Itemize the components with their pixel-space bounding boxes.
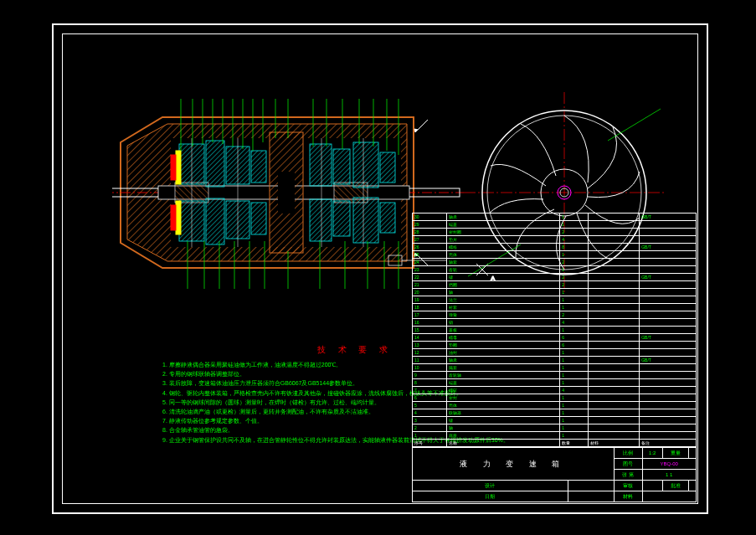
bom-row: 14螺母6GB/T [413,334,697,342]
bom-row: 3键1 [413,417,697,424]
drawing-frame: A 技 术 要 求 1. 摩擦静液偶合器采用聚硅油做为工作液，油液温度不得超过2… [52,23,708,514]
bom-row: 18衬套1 [413,304,697,311]
svg-rect-24 [310,199,332,241]
svg-rect-23 [310,144,332,186]
svg-rect-30 [380,203,395,233]
bom-row: 24轴套2 [413,259,697,266]
bom-row: 25壳体1 [413,251,697,259]
svg-line-75 [608,109,661,141]
svg-rect-22 [278,172,295,213]
svg-rect-18 [176,201,181,234]
drawing-number: YBQ-00 [642,459,696,470]
svg-rect-29 [380,152,395,183]
svg-rect-20 [171,205,176,230]
bom-row: 11轴承1GB/T [413,357,697,364]
bom-row: 4联轴器1 [413,409,697,417]
bom-row: 21挡圈2 [413,281,697,289]
bom-row: 16销4 [413,319,697,327]
bom-row: 17弹簧2 [413,311,697,319]
svg-rect-19 [171,155,176,180]
bom-row: 27垫片4 [413,236,697,244]
title-block: 液 力 变 速 箱 比例 1:2 重量 图号 YBQ-00 张 第 1 1 设计… [412,447,697,502]
bom-row: 5壳体1 [413,402,697,409]
bom-row: 2轴1 [413,424,697,432]
bom-row: 8端盖1 [413,379,697,387]
bom-row: 12油封1 [413,349,697,357]
bom-row: 7螺钉4 [413,387,697,394]
svg-rect-15 [251,151,266,183]
svg-rect-26 [333,201,350,236]
drawing-title: 液 力 变 速 箱 [413,448,615,481]
bom-row: 1底座1 [413,432,697,440]
svg-rect-17 [176,151,181,184]
bom-row: 30轴承1GB/T [413,213,697,221]
section-view [112,92,464,310]
bom-row: 23齿轮1 [413,266,697,274]
svg-rect-25 [333,149,350,184]
svg-rect-27 [353,142,378,188]
bom-row: 20轴1 [413,289,697,296]
svg-rect-11 [206,141,224,187]
bom-row: 19法兰1 [413,296,697,304]
bom-row: 13垫圈6 [413,342,697,349]
svg-rect-28 [353,198,378,243]
bom-row: 26螺栓8GB/T [413,244,697,251]
bom-row: 28密封圈2 [413,229,697,236]
bom-row: 22键2GB/T [413,274,697,281]
bom-row: 9齿轮轴1 [413,372,697,379]
svg-rect-16 [251,203,266,234]
bom-and-titleblock: 30轴承1GB/T29端盖128密封圈227垫片426螺栓8GB/T25壳体12… [412,213,697,502]
bom-row: 29端盖1 [413,221,697,229]
svg-rect-12 [206,198,224,244]
bom-row: 6密封1 [413,394,697,402]
bom-row: 15盖板1 [413,327,697,334]
bom-row: 10隔套1 [413,364,697,372]
bom-header: 序号名称数量材料备注 [413,440,697,447]
bom-table: 30轴承1GB/T29端盖128密封圈227垫片426螺栓8GB/T25壳体12… [412,213,697,447]
